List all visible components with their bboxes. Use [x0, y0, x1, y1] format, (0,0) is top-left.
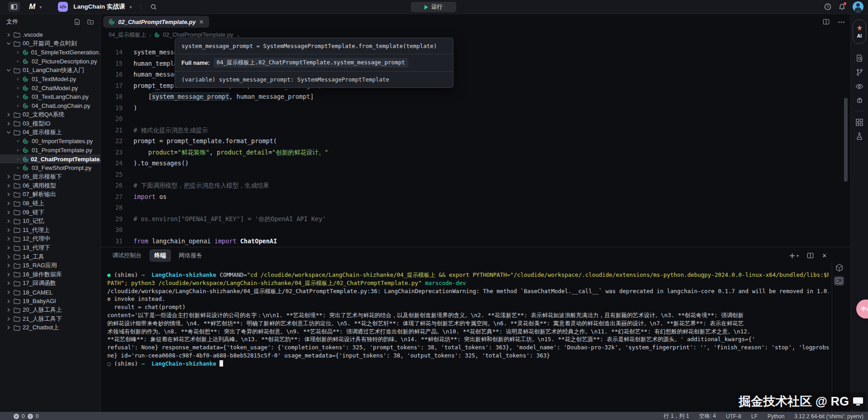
split-editor-icon[interactable] — [823, 19, 830, 25]
code-line[interactable]: 21# 格式化提示消息生成提示 — [101, 125, 850, 136]
source-control-icon[interactable] — [856, 65, 863, 79]
tree-folder-item[interactable]: 04_提示模板上 — [0, 128, 100, 137]
code-line[interactable]: 30 — [101, 224, 850, 236]
tree-folder-item[interactable]: 11_代理上 — [0, 226, 100, 235]
tree-folder-item[interactable]: 14_工具 — [0, 252, 100, 261]
tree-folder-item[interactable]: 20_人脉工具上 — [0, 305, 100, 314]
split-terminal-icon[interactable] — [807, 252, 814, 259]
close-panel-icon[interactable]: ✕ — [822, 252, 827, 259]
tree-file-item[interactable]: 01_TextModel.py — [0, 75, 100, 84]
tree-folder-item[interactable]: 08_链上 — [0, 199, 100, 208]
code-line[interactable]: 24).to_messages() — [101, 158, 850, 169]
status-indentation[interactable]: 空格: 4 — [699, 412, 716, 420]
preview-eye-icon[interactable] — [855, 79, 863, 93]
tree-file-item[interactable]: 04_ChatLongChain.py — [0, 101, 100, 111]
chevron-down-icon[interactable]: ▾ — [129, 5, 132, 10]
breadcrumb-folder[interactable]: 04_提示模板上 — [109, 31, 146, 39]
file-tree[interactable]: .vscode00_开篇词_奇点时刻01_SimpleTextGeneratio… — [0, 29, 100, 412]
editor-tab[interactable]: 02_ChatPromptTemplate.py ✕ — [103, 16, 209, 28]
sidebar-toggle-button[interactable] — [8, 2, 20, 12]
tree-folder-item[interactable]: 15_RAG应用 — [0, 261, 100, 270]
notifications-bell-icon[interactable] — [839, 3, 845, 10]
code-line[interactable]: 18 [system_message_prompt, human_message… — [101, 91, 850, 102]
tree-folder-item[interactable]: 02_文档QA系统 — [0, 110, 100, 119]
tree-folder-item[interactable]: 19_BabyAGI — [0, 297, 100, 306]
new-terminal-button[interactable]: ▾ — [789, 253, 799, 259]
container-cube-icon[interactable] — [835, 264, 843, 272]
code-line[interactable]: 26# 下面调用模型，把提示消息传入模型，生成结果 — [101, 180, 850, 191]
tree-folder-item[interactable]: 07_解析输出 — [0, 190, 100, 199]
chevron-down-icon[interactable]: ▾ — [796, 253, 799, 258]
tree-folder-item[interactable]: 17_回调函数 — [0, 279, 100, 288]
code-line[interactable]: 27import os — [101, 191, 850, 203]
chevron-down-icon[interactable]: ▾ — [39, 5, 42, 10]
editor-scrollbar[interactable] — [844, 98, 848, 182]
terminal-icon[interactable] — [834, 276, 844, 285]
avatar[interactable] — [853, 1, 863, 12]
terminal-output[interactable]: ● (shims) → LangChain-shizhanke COMMAND=… — [107, 271, 829, 410]
extensions-grid-icon[interactable] — [856, 115, 863, 129]
status-eol[interactable]: LF — [751, 413, 758, 420]
code-line[interactable]: 31from langchain_openai import ChatOpenA… — [101, 236, 850, 247]
tree-folder-item[interactable]: 22_Chatbot上 — [0, 323, 100, 333]
tree-folder-item[interactable]: 18_CAMEL — [0, 288, 100, 297]
debug-bug-icon[interactable] — [856, 93, 863, 107]
status-cursor-position[interactable]: 行 1，列 1 — [664, 412, 689, 420]
tree-folder-item[interactable]: 06_调用模型 — [0, 181, 100, 190]
run-button[interactable]: 运行 — [411, 2, 456, 12]
close-icon[interactable]: ✕ — [199, 19, 204, 25]
more-actions-icon[interactable]: ⋯ — [838, 18, 845, 26]
file-search-icon[interactable] — [856, 51, 863, 65]
breadcrumb-file[interactable]: 02_ChatPromptTemplate.py — [163, 32, 233, 38]
new-folder-icon[interactable] — [87, 19, 94, 25]
tree-folder-item[interactable]: 09_链下 — [0, 208, 100, 217]
status-interpreter[interactable]: 3.12.2 64-bit ('shims': pyenv) — [794, 413, 863, 420]
tab-terminal[interactable]: 终端 — [149, 249, 171, 262]
tree-file-item[interactable]: 00_ImportTemplates.py — [0, 137, 100, 146]
code-line[interactable]: 25 — [101, 169, 850, 180]
ai-assistant-button[interactable]: AI — [853, 19, 866, 44]
tab-network-service[interactable]: 网络服务 — [174, 249, 207, 262]
tree-file-item[interactable]: 02_ChatModel.py — [0, 84, 100, 93]
tree-folder-item[interactable]: 03_模型IO — [0, 119, 100, 128]
errors-icon[interactable]: × — [14, 414, 19, 419]
help-icon[interactable]: ? — [824, 3, 831, 10]
code-line[interactable]: 28 — [101, 202, 850, 213]
errors-count[interactable]: 0 — [22, 413, 25, 420]
tree-file-item[interactable]: 01_PromptTemplate.py — [0, 146, 100, 155]
tree-file-item[interactable]: 03_TextLangChain.py — [0, 92, 100, 101]
tree-folder-item[interactable]: 13_代理下 — [0, 243, 100, 252]
workspace-title[interactable]: LangChain 实战课 — [73, 3, 125, 11]
tree-folder-item[interactable]: 16_操作数据库 — [0, 270, 100, 279]
code-line[interactable]: 29# os.environ["OPENAI_API_KEY"] = '你的Op… — [101, 213, 850, 225]
tree-folder-item[interactable]: 10_记忆 — [0, 217, 100, 226]
tree-file-item[interactable]: 02_ChatPromptTemplate.py — [0, 154, 100, 164]
tree-folder-item[interactable]: 01_LangChain快速入门 — [0, 66, 100, 75]
tree-folder-item[interactable]: 12_代理中 — [0, 235, 100, 244]
translate-badge[interactable]: 中A — [856, 299, 868, 319]
tree-folder-item[interactable]: 00_开篇词_奇点时刻 — [0, 39, 100, 48]
code-line[interactable]: 22prompt = prompt_template.format_prompt… — [101, 135, 850, 147]
code-line[interactable]: 23 product="鲜花装饰", product_detail="创新的鲜花… — [101, 147, 850, 158]
status-encoding[interactable]: UTF-8 — [726, 413, 741, 420]
code-text: from langchain_openai import ChatOpenAI — [134, 236, 277, 247]
tree-folder-item[interactable]: .vscode — [0, 30, 100, 39]
new-file-icon[interactable] — [74, 19, 81, 25]
code-line[interactable]: 19) — [101, 102, 850, 114]
lab-flask-icon[interactable] — [856, 129, 863, 143]
tree-folder-item[interactable]: 21_人脉工具下 — [0, 314, 100, 323]
tree-file-item[interactable]: 02_PictureDescription.py — [0, 57, 100, 66]
marscode-logo[interactable]: M — [29, 2, 35, 11]
tree-file-item[interactable]: 03_FewShotPrompt.py — [0, 164, 100, 173]
code-line[interactable]: 20 — [101, 113, 850, 125]
chevron-right-icon — [6, 183, 14, 188]
warnings-count[interactable]: 0 — [36, 413, 39, 420]
code-glyph: </> — [60, 5, 66, 10]
tree-folder-item[interactable]: 05_提示模板下 — [0, 173, 100, 182]
status-language[interactable]: Python — [768, 413, 784, 420]
tab-debug-console[interactable]: 调试控制台 — [107, 249, 147, 262]
search-icon[interactable] — [150, 4, 157, 10]
tree-file-item[interactable]: 01_SimpleTextGeneration.py — [0, 48, 100, 57]
warnings-icon[interactable]: ! — [28, 414, 33, 419]
code-text: # 格式化提示消息生成提示 — [134, 125, 208, 136]
